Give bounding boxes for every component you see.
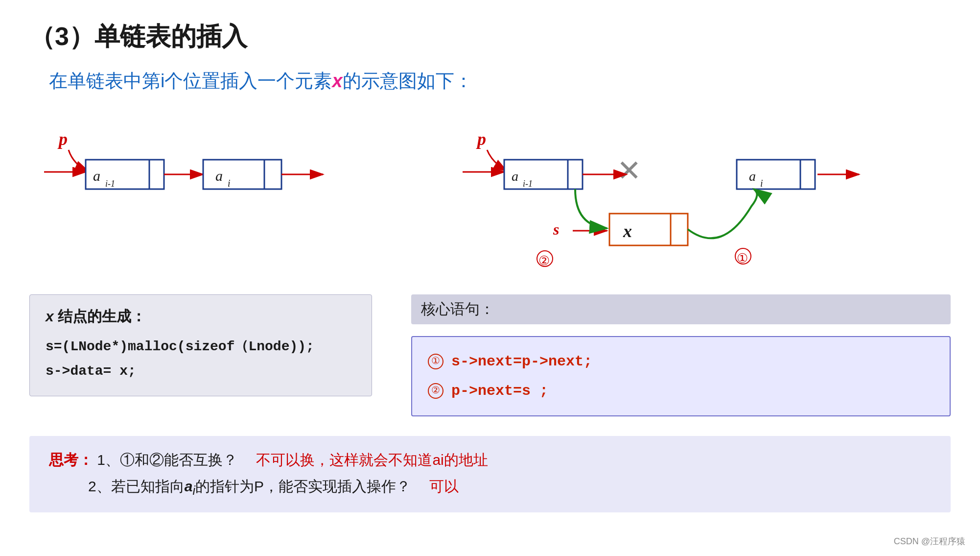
page: （3）单链表的插入 在单链表中第i个位置插入一个元素x的示意图如下： p <box>0 0 980 556</box>
diagram-after-svg: p a i-1 ✕ a i <box>448 118 888 285</box>
think-label: 思考： <box>49 452 93 468</box>
think-answer-1: 不可以换，这样就会不知道ai的地址 <box>256 452 488 468</box>
think-text-2: 2、若已知指向ai的指针为P，能否实现插入操作？ <box>88 478 425 494</box>
code-title: x 结点的生成： <box>46 307 356 327</box>
svg-text:p: p <box>57 129 68 149</box>
core-code-text-2: p->next=s ; <box>451 376 548 406</box>
svg-rect-28 <box>609 214 688 245</box>
svg-text:p: p <box>476 129 486 149</box>
think-box: 思考： 1、①和②能否互换？ 不可以换，这样就会不知道ai的地址 2、若已知指向… <box>29 436 951 512</box>
think-line-2: 2、若已知指向ai的指针为P，能否实现插入操作？ 可以 <box>88 473 931 502</box>
svg-text:x: x <box>623 221 632 241</box>
svg-rect-23 <box>737 160 815 189</box>
watermark: CSDN @汪程序猿 <box>894 535 965 547</box>
svg-text:i-1: i-1 <box>105 179 115 189</box>
circle-num-1: ① <box>428 354 443 369</box>
svg-text:a: a <box>93 168 100 184</box>
diagram-before-svg: p a i-1 <box>29 118 372 245</box>
code-box: x 结点的生成： s=(LNode*)malloc(sizeof（Lnode))… <box>29 294 372 396</box>
code-line-1: s=(LNode*)malloc(sizeof（Lnode)); <box>46 335 356 359</box>
core-code-line-1: ① s->next=p->next; <box>428 347 934 376</box>
circle-num-2: ② <box>428 383 443 399</box>
diagram-after: p a i-1 ✕ a i <box>448 118 951 275</box>
svg-text:i: i <box>228 178 231 189</box>
diagram-before: p a i-1 <box>29 118 448 255</box>
svg-rect-7 <box>203 160 281 189</box>
core-code-text-1: s->next=p->next; <box>451 347 592 376</box>
svg-text:✕: ✕ <box>617 154 641 187</box>
svg-text:a: a <box>215 168 223 184</box>
core-code-box: ① s->next=p->next; ② p->next=s ; <box>411 336 951 416</box>
svg-text:s: s <box>553 220 559 238</box>
core-statements-area: 核心语句： ① s->next=p->next; ② p->next=s ; <box>411 294 951 416</box>
think-text-1: 1、①和②能否互换？ <box>97 452 252 468</box>
svg-text:i: i <box>760 178 763 189</box>
svg-text:a: a <box>749 169 756 184</box>
page-title: （3）单链表的插入 <box>29 20 951 54</box>
svg-text:a: a <box>512 169 518 184</box>
code-line-2: s->data= x; <box>46 359 356 384</box>
diagrams-row: p a i-1 <box>29 118 951 275</box>
core-label: 核心语句： <box>411 294 951 324</box>
think-line-1: 思考： 1、①和②能否互换？ 不可以换，这样就会不知道ai的地址 <box>49 447 931 473</box>
bottom-row: x 结点的生成： s=(LNode*)malloc(sizeof（Lnode))… <box>29 294 951 416</box>
think-answer-2: 可以 <box>429 478 459 494</box>
core-code-line-2: ② p->next=s ; <box>428 376 934 406</box>
subtitle: 在单链表中第i个位置插入一个元素x的示意图如下： <box>49 69 951 94</box>
svg-text:i-1: i-1 <box>523 179 533 189</box>
